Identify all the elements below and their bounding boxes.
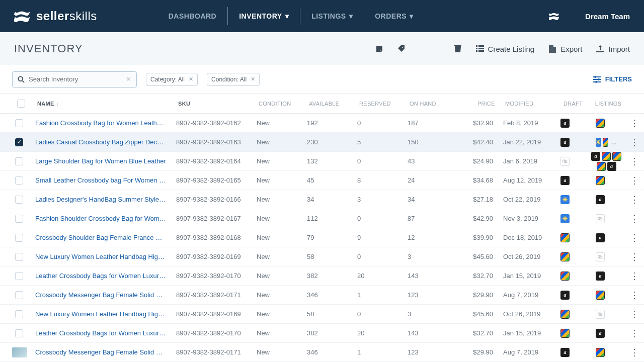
remove-chip-icon[interactable]: ✕ <box>189 76 193 82</box>
col-condition[interactable]: CONDITION <box>254 101 304 107</box>
clear-search-icon[interactable]: ✕ <box>126 75 131 83</box>
filter-chip-condition[interactable]: Condition: All✕ <box>207 73 260 86</box>
amazon-badge[interactable] <box>560 348 570 357</box>
row-checkbox[interactable] <box>15 291 23 299</box>
col-onhand[interactable]: ON HAND <box>405 101 450 107</box>
shopify-badge[interactable] <box>596 252 605 261</box>
shopify-badge[interactable] <box>596 214 605 223</box>
product-name-link[interactable]: Crossbody Messenger Bag Female Solid Col… <box>30 348 171 356</box>
ebay-badge[interactable] <box>560 233 570 242</box>
product-name-link[interactable]: Small Leather Crossbody bag For Women Me… <box>30 176 171 184</box>
row-actions-menu[interactable]: ⋮ <box>624 213 644 224</box>
ebay-badge[interactable] <box>603 138 608 147</box>
import-button[interactable]: Import <box>596 45 630 53</box>
brand-mark-icon[interactable] <box>549 12 560 21</box>
product-name-link[interactable]: Large Shoulder Bag for Women Blue Leathe… <box>30 157 171 165</box>
row-actions-menu[interactable]: ⋮ <box>624 194 644 205</box>
brand-logo[interactable]: sellerskills <box>14 9 97 23</box>
ebay-badge[interactable] <box>596 348 605 357</box>
remove-chip-icon[interactable]: ✕ <box>251 76 255 82</box>
row-checkbox[interactable] <box>15 196 23 204</box>
product-name-link[interactable]: Ladies Designer's HandBag Summer Style L… <box>30 196 171 203</box>
amazon-badge[interactable] <box>560 291 570 300</box>
col-sku[interactable]: SKU <box>173 101 254 107</box>
row-checkbox[interactable] <box>15 138 23 146</box>
product-name-link[interactable]: Fashion Crossbody Bag for Women Leather … <box>30 119 171 127</box>
row-actions-menu[interactable]: ⋮ <box>624 232 644 243</box>
product-name-link[interactable]: Fashion Shoulder Crossbody Bag for Women <box>30 215 171 222</box>
amazon-badge[interactable] <box>560 138 570 147</box>
note-button[interactable] <box>375 45 383 53</box>
product-name-link[interactable]: New Luxury Women Leather Handbag High Qu… <box>30 253 171 260</box>
row-checkbox[interactable] <box>15 176 23 185</box>
ebay-badge[interactable] <box>560 329 570 338</box>
amazon-badge[interactable] <box>596 195 605 204</box>
product-name-link[interactable]: Crossbody Shoulder Bag Female France Sty… <box>30 234 171 241</box>
ebay-badge[interactable] <box>560 272 570 281</box>
row-actions-menu[interactable]: ⋮ <box>624 118 644 129</box>
product-name-link[interactable]: Leather Crossbody Bags for Women Luxury … <box>30 329 171 337</box>
row-checkbox[interactable] <box>15 253 23 261</box>
ebay-badge[interactable] <box>560 310 570 319</box>
search-input[interactable] <box>25 75 126 83</box>
amazon-badge[interactable] <box>560 119 570 128</box>
shopify-badge[interactable] <box>560 157 570 166</box>
tag-button[interactable] <box>397 45 406 53</box>
filter-chip-category[interactable]: Category: All✕ <box>146 73 198 86</box>
nav-orders[interactable]: ORDERS▾ <box>364 7 424 25</box>
amazon-badge[interactable] <box>596 233 605 242</box>
row-actions-menu[interactable]: ⋮ <box>624 175 644 186</box>
product-name-link[interactable]: Ladies Casual Crossbody Bag Zipper Decor… <box>30 138 171 146</box>
row-actions-menu[interactable]: ⋮ <box>624 328 644 339</box>
row-checkbox[interactable] <box>15 157 23 165</box>
ebay-badge[interactable] <box>612 152 621 161</box>
account-menu[interactable]: Dream Team <box>585 12 630 21</box>
amazon-badge[interactable] <box>560 176 570 185</box>
row-checkbox[interactable] <box>15 234 23 242</box>
nav-listings[interactable]: LISTINGS▾ <box>300 7 364 25</box>
row-actions-menu[interactable]: ⋮ <box>624 156 644 167</box>
col-modified[interactable]: MODIFIED <box>500 101 555 107</box>
row-actions-menu[interactable]: ⋮ <box>624 290 644 301</box>
ebay-badge[interactable] <box>560 252 570 261</box>
ebay-badge[interactable] <box>596 176 605 185</box>
walmart-badge[interactable] <box>596 138 601 147</box>
ebay-badge[interactable] <box>597 162 606 171</box>
col-available[interactable]: AVAILABLE <box>304 101 354 107</box>
nav-dashboard[interactable]: DASHBOARD <box>157 7 228 25</box>
create-listing-button[interactable]: Create Listing <box>476 45 535 53</box>
col-name[interactable]: NAME↓ <box>32 101 173 107</box>
row-actions-menu[interactable]: ⋮ <box>624 251 644 262</box>
col-listings[interactable]: LISTINGS <box>591 101 626 107</box>
row-actions-menu[interactable]: ⋮ <box>624 309 644 320</box>
ebay-badge[interactable] <box>596 119 605 128</box>
row-actions-menu[interactable]: ⋮ <box>624 137 644 148</box>
delete-button[interactable] <box>454 45 462 53</box>
export-button[interactable]: Export <box>548 45 582 53</box>
more-listings[interactable]: … <box>611 139 617 146</box>
col-reserved[interactable]: RESERVED <box>354 101 405 107</box>
search-inventory[interactable]: ✕ <box>12 71 137 87</box>
product-name-link[interactable]: Leather Crossbody Bags for Women Luxury … <box>30 272 171 280</box>
amazon-badge[interactable] <box>596 329 605 338</box>
amazon-badge[interactable] <box>596 272 605 281</box>
product-name-link[interactable]: Crossbody Messenger Bag Female Solid Col… <box>30 291 171 299</box>
row-checkbox[interactable] <box>15 119 23 127</box>
walmart-badge[interactable] <box>560 214 570 223</box>
select-all-checkbox[interactable] <box>17 100 25 108</box>
row-actions-menu[interactable]: ⋮ <box>624 347 644 358</box>
nav-inventory[interactable]: INVENTORY▾ <box>227 7 300 25</box>
row-actions-menu[interactable]: ⋮ <box>624 270 644 282</box>
row-checkbox[interactable] <box>15 215 23 223</box>
ebay-badge[interactable] <box>596 291 605 300</box>
shopify-badge[interactable] <box>596 310 605 319</box>
col-draft[interactable]: DRAFT <box>555 101 591 107</box>
amazon-badge[interactable] <box>607 162 616 171</box>
product-name-link[interactable]: New Luxury Women Leather Handbag High Qu… <box>30 310 171 318</box>
amazon-badge[interactable] <box>591 152 600 161</box>
row-checkbox[interactable] <box>15 310 23 318</box>
walmart-badge[interactable] <box>560 195 570 204</box>
col-price[interactable]: PRICE <box>450 101 500 107</box>
row-checkbox[interactable] <box>15 272 23 280</box>
ebay-badge[interactable] <box>602 152 611 161</box>
